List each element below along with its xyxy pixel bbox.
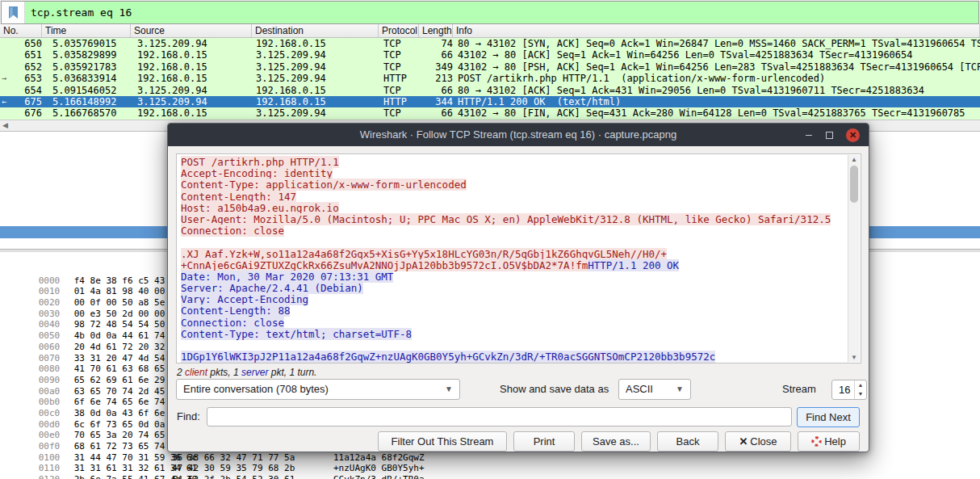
column-header-info[interactable]: Info bbox=[453, 24, 980, 37]
server-text: HTTP/1.1 200 OK bbox=[588, 259, 679, 271]
column-header-destination[interactable]: Destination bbox=[252, 24, 379, 37]
packet-source-cell: 3.125.209.94 bbox=[137, 38, 252, 49]
server-text: Server: Apache/2.4.41 (Debian) bbox=[181, 282, 363, 294]
close-button[interactable]: ✕Close bbox=[725, 431, 791, 452]
server-text: Content-Length: 88 bbox=[181, 305, 290, 317]
packet-row[interactable]: 676 5.166768570 192.168.0.15 3.125.209.9… bbox=[0, 107, 980, 119]
restore-icon[interactable] bbox=[826, 132, 833, 139]
scrollbar-thumb[interactable] bbox=[850, 166, 858, 203]
packet-destination-cell: 192.168.0.15 bbox=[256, 38, 379, 49]
packet-row[interactable]: → 653 5.036833914 192.168.0.15 3.125.209… bbox=[0, 73, 980, 84]
chevron-down-icon: ▼ bbox=[445, 380, 453, 399]
packet-source-cell: 192.168.0.15 bbox=[137, 61, 252, 73]
packet-destination-cell: 3.125.209.94 bbox=[256, 107, 379, 119]
hex-row[interactable]: 01202b 6e 7a 55 41 67 4b 3047 42 30 59 3… bbox=[0, 463, 980, 474]
packet-row[interactable]: ← 675 5.166148992 3.125.209.94 192.168.0… bbox=[0, 96, 980, 107]
conversation-select-value: Entire conversation (708 bytes) bbox=[183, 383, 329, 395]
packet-list: 650 5.035769015 3.125.209.94 192.168.0.1… bbox=[0, 38, 980, 120]
format-select[interactable]: ASCII ▼ bbox=[618, 379, 691, 400]
filter-bookmark-icon[interactable] bbox=[2, 2, 25, 23]
packet-row[interactable]: 654 5.091546052 3.125.209.94 192.168.0.1… bbox=[0, 85, 980, 96]
show-save-label: Show and save data as bbox=[500, 379, 609, 400]
filter-out-stream-button[interactable]: Filter Out This Stream bbox=[378, 431, 507, 452]
packet-length-cell: 74 bbox=[419, 38, 453, 49]
packet-destination-cell: 3.125.209.94 bbox=[256, 61, 379, 73]
dialog-titlebar[interactable]: Wireshark · Follow TCP Stream (tcp.strea… bbox=[168, 124, 869, 146]
packet-info-cell: 80 → 43102 [SYN, ACK] Seq=0 Ack=1 Win=26… bbox=[458, 38, 980, 49]
minimize-button[interactable]: – bbox=[800, 124, 818, 146]
client-text: Connection: close bbox=[181, 225, 284, 237]
packet-list-header: No. Time Source Destination Protocol Len… bbox=[0, 24, 980, 38]
scroll-down-icon[interactable]: ▼ bbox=[848, 354, 860, 361]
save-as-button[interactable]: Save as... bbox=[581, 431, 651, 452]
server-text: Date: Mon, 30 Mar 2020 07:13:31 GMT bbox=[181, 271, 393, 283]
column-header-time[interactable]: Time bbox=[42, 24, 131, 37]
packet-info-cell: 80 → 43102 [ACK] Seq=1 Ack=431 Win=29056… bbox=[458, 85, 980, 96]
stream-line: Content-Type: application/x-www-form-url… bbox=[181, 179, 844, 191]
packet-length-cell: 213 bbox=[419, 73, 453, 84]
print-button[interactable]: Print bbox=[513, 431, 575, 452]
server-word: server bbox=[241, 367, 268, 378]
follow-tcp-stream-dialog: Wireshark · Follow TCP Stream (tcp.strea… bbox=[167, 123, 869, 452]
find-next-button[interactable]: Find Next bbox=[797, 407, 860, 427]
column-header-length[interactable]: Length bbox=[419, 24, 453, 37]
packet-no-cell: 654 bbox=[15, 85, 42, 96]
column-header-no[interactable]: No. bbox=[0, 24, 42, 37]
related-packet-arrow-icon: ← bbox=[0, 96, 15, 107]
packet-length-cell: 66 bbox=[419, 107, 453, 119]
stream-number-spinner[interactable]: 16 ▲▼ bbox=[831, 380, 867, 400]
packet-destination-cell: 3.125.209.94 bbox=[256, 73, 379, 84]
scroll-left-icon[interactable]: ◀ bbox=[2, 121, 8, 129]
packet-row[interactable]: 650 5.035769015 3.125.209.94 192.168.0.1… bbox=[0, 38, 980, 49]
packet-no-cell: 651 bbox=[15, 49, 42, 61]
column-header-source[interactable]: Source bbox=[131, 24, 252, 37]
packet-length-cell: 66 bbox=[419, 85, 453, 96]
related-packet-arrow-icon bbox=[0, 107, 15, 119]
packet-info-cell: POST /artikrh.php HTTP/1.1 (application/… bbox=[458, 73, 980, 84]
packet-info-cell: HTTP/1.1 200 OK (text/html) bbox=[458, 96, 980, 107]
packet-row[interactable]: 651 5.035829899 192.168.0.15 3.125.209.9… bbox=[0, 49, 980, 61]
stream-content-view[interactable]: ▲ ▼ POST /artikrh.php HTTP/1.1 Accept-En… bbox=[176, 153, 861, 363]
packet-protocol-cell: TCP bbox=[383, 61, 419, 73]
packet-time-cell: 5.166768570 bbox=[52, 107, 131, 119]
back-button[interactable]: Back bbox=[657, 431, 718, 452]
packet-info-cell: 43102 → 80 [PSH, ACK] Seq=1 Ack=1 Win=64… bbox=[458, 61, 980, 73]
packet-info-cell: 43102 → 80 [ACK] Seq=1 Ack=1 Win=64256 L… bbox=[458, 49, 980, 61]
hex-row[interactable]: 011031 31 61 31 32 61 34 6136 38 66 32 4… bbox=[0, 452, 980, 464]
stream-label: Stream bbox=[782, 379, 816, 400]
find-input[interactable] bbox=[207, 407, 792, 426]
packet-protocol-cell: TCP bbox=[383, 38, 419, 49]
spinner-arrows-icon[interactable]: ▲▼ bbox=[854, 380, 866, 399]
stream-line: 1DGp1Y6lWKI3pJ2P11a12a4a68f2GqwZ+nzUAgK0… bbox=[181, 351, 844, 363]
packet-protocol-cell: HTTP bbox=[383, 96, 419, 107]
related-packet-arrow-icon: → bbox=[0, 73, 15, 84]
stream-line: Server: Apache/2.4.41 (Debian) bbox=[181, 283, 844, 294]
stream-scrollbar[interactable]: ▲ ▼ bbox=[848, 155, 860, 362]
scroll-up-icon[interactable]: ▲ bbox=[848, 156, 860, 163]
client-text: Accept-Encoding: identity bbox=[181, 167, 333, 179]
packet-length-cell: 344 bbox=[419, 96, 453, 107]
packet-time-cell: 5.091546052 bbox=[52, 85, 131, 96]
help-button[interactable]: Help bbox=[798, 431, 860, 452]
stream-number-value: 16 bbox=[839, 384, 850, 396]
client-text: .XJ_Aaf.Yzk+W,so11a12a4a68f2Gqx5+XisG+Yy… bbox=[181, 248, 667, 260]
close-window-button[interactable]: ✕ bbox=[846, 128, 860, 142]
stream-stats: 2 client pkts, 1 server pkt, 1 turn. bbox=[177, 367, 316, 378]
stream-line: Date: Mon, 30 Mar 2020 07:13:31 GMT bbox=[181, 271, 844, 283]
stream-line: POST /artikrh.php HTTP/1.1 bbox=[181, 157, 844, 168]
related-packet-arrow-icon bbox=[0, 49, 15, 61]
packet-protocol-cell: HTTP bbox=[383, 73, 419, 84]
packet-source-cell: 192.168.0.15 bbox=[137, 49, 252, 61]
packet-row[interactable]: 652 5.035921783 192.168.0.15 3.125.209.9… bbox=[0, 61, 980, 73]
column-header-protocol[interactable]: Protocol bbox=[379, 24, 419, 37]
packet-length-cell: 349 bbox=[419, 61, 453, 73]
server-text: 1DGp1Y6lWKI3pJ2P11a12a4a68f2GqwZ+nzUAgK0… bbox=[181, 351, 715, 363]
display-filter-input[interactable]: tcp.stream eq 16 bbox=[25, 2, 978, 23]
packet-time-cell: 5.035769015 bbox=[52, 38, 131, 49]
conversation-select[interactable]: Entire conversation (708 bytes) ▼ bbox=[176, 379, 460, 400]
hex-row[interactable]: 013047 43 76 6b 5a 6e 2f 3364 52 2f 2b 5… bbox=[0, 474, 980, 479]
packet-no-cell: 676 bbox=[15, 107, 42, 119]
packet-destination-cell: 192.168.0.15 bbox=[256, 96, 379, 107]
packet-time-cell: 5.035829899 bbox=[52, 49, 131, 61]
packet-source-cell: 192.168.0.15 bbox=[137, 73, 252, 84]
